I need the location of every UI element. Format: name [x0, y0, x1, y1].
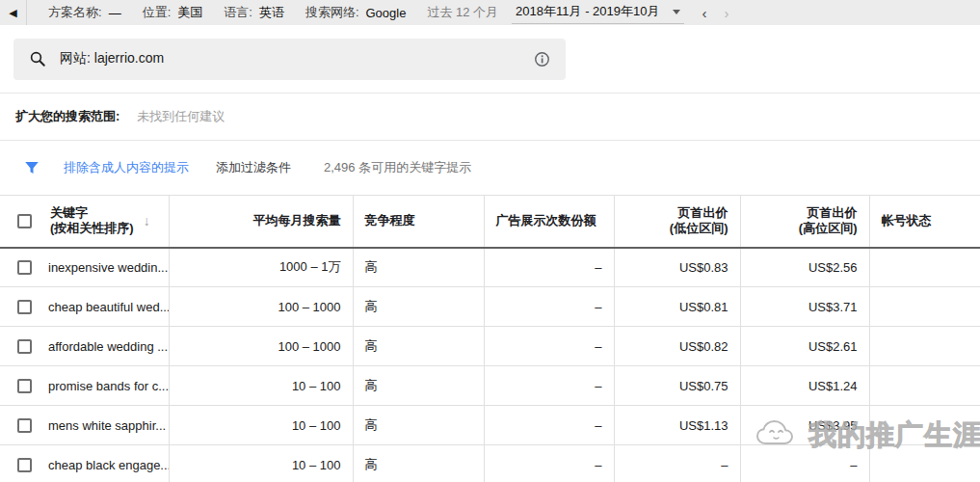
exclude-adult-link[interactable]: 排除含成人内容的提示 — [64, 159, 189, 176]
header-avg-monthly-searches[interactable]: 平均每月搜索量 — [169, 196, 353, 248]
competition-cell: 高 — [353, 248, 484, 287]
search-query-text: 网站: lajerrio.com — [60, 50, 534, 67]
impression-share-cell: – — [484, 406, 614, 445]
network-group: 搜索网络: Google — [305, 4, 407, 21]
top-bid-high-cell: US$3.95 — [740, 406, 869, 445]
volume-cell: 100 – 1000 — [169, 287, 353, 327]
table-row: cheap black engage... 10 – 100 高 – – – — [0, 445, 980, 482]
impression-share-cell: – — [484, 287, 614, 327]
top-bid-low-cell: US$0.81 — [614, 287, 740, 327]
broaden-search-row: 扩大您的搜索范围: 未找到任何建议 — [0, 94, 980, 141]
broaden-search-label: 扩大您的搜索范围: — [15, 108, 119, 125]
top-bid-high-cell: – — [740, 445, 869, 482]
header-keyword-line2: (按相关性排序) — [50, 221, 134, 235]
row-checkbox[interactable] — [17, 300, 32, 314]
top-bid-high-cell: US$2.56 — [740, 248, 869, 287]
volume-cell: 10 – 100 — [169, 366, 353, 406]
plan-name-value[interactable]: — — [109, 6, 121, 20]
info-icon[interactable] — [534, 51, 550, 67]
keyword-table: 关键字 (按相关性排序) ↓ 平均每月搜索量 竞争程度 广告展示次数份额 页首出… — [0, 195, 980, 482]
table-row: mens white sapphir... 10 – 100 高 – US$1.… — [0, 406, 980, 445]
competition-cell: 高 — [353, 327, 484, 366]
impression-share-cell: – — [484, 248, 614, 287]
competition-cell: 高 — [353, 366, 484, 406]
top-bid-high-cell: US$2.61 — [740, 327, 869, 366]
add-filter-button[interactable]: 添加过滤条件 — [216, 159, 291, 176]
impression-share-cell: – — [484, 327, 614, 366]
header-top-bid-low-line2: (低位区间) — [670, 221, 728, 235]
top-bid-low-cell: US$0.75 — [614, 366, 740, 406]
header-account-status[interactable]: 帐号状态 — [869, 196, 980, 248]
sort-descending-icon[interactable]: ↓ — [144, 213, 150, 228]
filter-bar: 排除含成人内容的提示 添加过滤条件 2,496 条可用的关键字提示 — [0, 141, 980, 195]
table-row: cheap beautiful wed... 100 – 1000 高 – US… — [0, 287, 980, 327]
date-range-select[interactable]: 2018年11月 - 2019年10月 — [512, 1, 684, 24]
volume-cell: 10 – 100 — [169, 445, 353, 482]
keyword-cell: affordable wedding ... — [48, 339, 168, 354]
search-section: 网站: lajerrio.com — [0, 25, 980, 94]
date-range-value: 2018年11月 - 2019年10月 — [516, 3, 659, 20]
row-checkbox[interactable] — [17, 418, 32, 433]
account-status-cell — [869, 366, 980, 406]
location-label: 位置: — [143, 4, 172, 21]
account-status-cell — [869, 248, 980, 287]
row-checkbox[interactable] — [17, 379, 32, 393]
header-top-bid-high-line2: (高位区间) — [799, 221, 858, 235]
network-label: 搜索网络: — [305, 4, 359, 21]
table-header-row: 关键字 (按相关性排序) ↓ 平均每月搜索量 竞争程度 广告展示次数份额 页首出… — [0, 196, 980, 248]
next-period-icon[interactable]: › — [724, 5, 728, 21]
language-group: 语言: 英语 — [224, 4, 284, 21]
keyword-cell: promise bands for c... — [48, 379, 169, 393]
header-keyword-line1: 关键字 — [50, 205, 88, 220]
header-competition[interactable]: 竞争程度 — [353, 196, 484, 248]
impression-share-cell: – — [484, 445, 614, 482]
top-bid-low-cell: US$0.82 — [614, 327, 740, 366]
header-top-bid-low[interactable]: 页首出价 (低位区间) — [614, 196, 740, 248]
prev-period-icon[interactable]: ‹ — [702, 5, 706, 21]
top-bid-low-cell: – — [614, 445, 740, 482]
volume-cell: 1000 – 1万 — [169, 248, 353, 287]
row-checkbox[interactable] — [17, 260, 32, 275]
account-status-cell — [869, 327, 980, 366]
keyword-cell: cheap black engage... — [48, 458, 169, 472]
network-value[interactable]: Google — [366, 6, 407, 20]
keyword-cell: inexpensive weddin... — [48, 260, 168, 275]
search-input[interactable]: 网站: lajerrio.com — [13, 39, 566, 80]
back-icon[interactable]: ◀ — [0, 0, 27, 25]
top-bid-low-cell: US$1.13 — [614, 406, 740, 445]
header-top-bid-high[interactable]: 页首出价 (高位区间) — [740, 196, 869, 248]
row-checkbox[interactable] — [17, 458, 32, 472]
header-keyword[interactable]: 关键字 (按相关性排序) ↓ — [0, 196, 169, 248]
keyword-cell: mens white sapphir... — [48, 418, 166, 433]
account-status-cell — [869, 287, 980, 327]
period-label: 过去 12 个月 — [427, 4, 498, 21]
keyword-cell: cheap beautiful wed... — [48, 300, 169, 314]
location-value[interactable]: 美国 — [177, 4, 202, 21]
broaden-search-value: 未找到任何建议 — [137, 108, 225, 125]
header-ad-impression-share[interactable]: 广告展示次数份额 — [484, 196, 614, 248]
volume-cell: 100 – 1000 — [169, 327, 353, 366]
language-label: 语言: — [224, 4, 252, 21]
period-group: 过去 12 个月 — [427, 4, 498, 21]
select-all-checkbox[interactable] — [17, 214, 32, 228]
filter-funnel-icon[interactable] — [23, 159, 40, 176]
row-checkbox[interactable] — [17, 339, 32, 354]
table-row: inexpensive weddin... 1000 – 1万 高 – US$0… — [0, 248, 980, 287]
competition-cell: 高 — [353, 287, 484, 327]
top-bid-low-cell: US$0.83 — [614, 248, 740, 287]
plan-name-group: 方案名称: — — [48, 4, 121, 21]
header-top-bid-low-line1: 页首出价 — [678, 205, 728, 220]
plan-name-label: 方案名称: — [48, 4, 102, 21]
language-value[interactable]: 英语 — [259, 4, 284, 21]
search-icon — [29, 50, 46, 67]
impression-share-cell: – — [484, 366, 614, 406]
chevron-down-icon — [673, 10, 680, 14]
plan-toolbar: ◀ 方案名称: — 位置: 美国 语言: 英语 搜索网络: Google 过去 … — [0, 0, 980, 25]
account-status-cell — [869, 445, 980, 482]
table-row: affordable wedding ... 100 – 1000 高 – US… — [0, 327, 980, 366]
location-group: 位置: 美国 — [143, 4, 203, 21]
competition-cell: 高 — [353, 445, 484, 482]
table-row: promise bands for c... 10 – 100 高 – US$0… — [0, 366, 980, 406]
keyword-count-text: 2,496 条可用的关键字提示 — [324, 159, 471, 176]
volume-cell: 10 – 100 — [169, 406, 353, 445]
